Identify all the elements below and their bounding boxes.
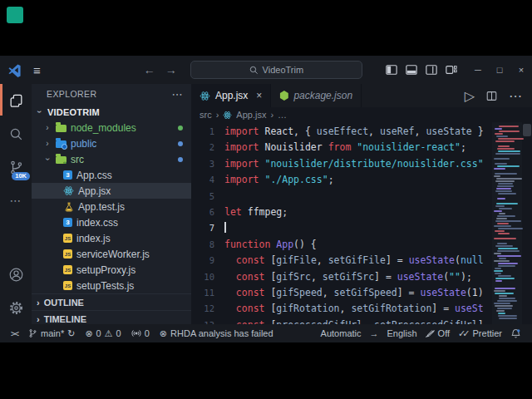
source-control-badge: 10K xyxy=(12,172,30,180)
file-row-index-css[interactable]: 3index.css xyxy=(32,214,191,230)
menu-icon[interactable]: ≡ xyxy=(33,63,41,77)
code-line-8[interactable]: 8function App() { xyxy=(191,237,492,253)
file-row-index-js[interactable]: JSindex.js xyxy=(32,230,191,246)
code-line-12[interactable]: 12 const [gifRotation, setGifRotation] =… xyxy=(191,301,492,317)
status-bar: >< main* ↻ ⊗ 0 ⚠ 0 0 ⊗ RHDA analysis has… xyxy=(0,324,532,342)
sidebar-title: EXPLORER xyxy=(47,89,96,99)
git-branch-item[interactable]: main* ↻ xyxy=(24,324,79,342)
search-icon xyxy=(249,66,259,75)
js-icon: JS xyxy=(63,249,72,259)
breadcrumb-file[interactable]: App.jsx xyxy=(236,110,266,120)
react-icon xyxy=(223,111,232,120)
indent-mode-item[interactable]: Automatic xyxy=(317,324,366,342)
sidebar-section-timeline[interactable]: ›TIMELINE xyxy=(32,310,191,324)
minimap[interactable] xyxy=(492,122,522,324)
code-line-4[interactable]: 4import "./App.css"; xyxy=(191,172,492,188)
tab-package-json[interactable]: package.json xyxy=(271,84,362,107)
file-row-setuptests-js[interactable]: JSsetupTests.js xyxy=(32,278,191,293)
minimize-icon[interactable]: ─ xyxy=(467,56,489,84)
code-line-13[interactable]: 13 const [processedGifUrl, setProcessedG… xyxy=(191,318,492,324)
code-line-6[interactable]: 6let ffmpeg; xyxy=(191,204,492,220)
close-tab-icon[interactable]: × xyxy=(256,90,262,101)
toggle-secondary-sidebar-icon[interactable] xyxy=(426,64,437,76)
item-label: serviceWorker.js xyxy=(76,249,150,260)
code-line-2[interactable]: 2import Nouislider from "nouislider-reac… xyxy=(191,140,492,155)
react-icon xyxy=(200,91,210,101)
rhda-item[interactable]: ⊗ RHDA analysis has failed xyxy=(155,324,278,342)
line-content: const [gifFile, setGifFile] = useState(n… xyxy=(224,253,492,268)
item-label: index.js xyxy=(76,233,111,244)
sidebar-section-outline[interactable]: ›OUTLINE xyxy=(32,293,191,310)
test-flask-icon xyxy=(63,201,74,212)
remote-indicator-icon[interactable]: >< xyxy=(7,324,22,342)
toggle-sidebar-icon[interactable] xyxy=(386,64,397,76)
search-icon[interactable] xyxy=(0,117,32,150)
explorer-icon[interactable] xyxy=(0,84,32,117)
formatter-label: Prettier xyxy=(473,328,502,338)
react-icon xyxy=(63,185,74,196)
line-number: 3 xyxy=(191,156,224,172)
code-line-9[interactable]: 9 const [gifFile, setGifFile] = useState… xyxy=(191,253,492,268)
error-count: 0 xyxy=(96,328,101,338)
run-button[interactable]: ▷ xyxy=(465,88,475,104)
line-content xyxy=(224,220,492,236)
folder-row-public[interactable]: ›public xyxy=(32,135,191,151)
item-label: node_modules xyxy=(71,122,136,134)
accounts-icon[interactable] xyxy=(0,258,32,291)
search-value: VideoTrim xyxy=(263,65,304,75)
settings-gear-icon[interactable] xyxy=(0,291,32,324)
line-number: 2 xyxy=(191,140,224,155)
code-editor[interactable]: 1import React, { useEffect, useRef, useS… xyxy=(191,122,532,324)
language-item[interactable]: English xyxy=(383,324,421,342)
notifications-bell-icon[interactable] xyxy=(506,324,525,342)
problems-item[interactable]: ⊗ 0 ⚠ 0 xyxy=(81,324,125,342)
folder-row-node-modules[interactable]: ›node_modules xyxy=(32,120,191,135)
item-label: setupProxy.js xyxy=(76,264,135,276)
line-content: import "./App.css"; xyxy=(224,172,492,188)
titlebar: ≡ ← → VideoTrim ─ □ × xyxy=(0,56,532,84)
more-views-icon[interactable]: ⋯ xyxy=(0,184,32,217)
rhda-message: RHDA analysis has failed xyxy=(170,328,273,338)
screencast-item[interactable]: Off xyxy=(421,324,454,342)
forward-icon[interactable]: → xyxy=(165,63,177,76)
code-line-10[interactable]: 10 const [gifSrc, setGifSrc] = useState(… xyxy=(191,269,492,285)
chevron-right-icon: › xyxy=(37,298,40,308)
ports-item[interactable]: 0 xyxy=(127,324,154,342)
folder-globe-icon xyxy=(56,140,66,148)
code-line-3[interactable]: 3import "nouislider/distribute/nouislide… xyxy=(191,156,492,172)
code-line-1[interactable]: 1import React, { useEffect, useRef, useS… xyxy=(191,124,492,140)
formatter-item[interactable]: ✓✓ Prettier xyxy=(454,324,506,342)
more-actions-icon[interactable]: ⋯ xyxy=(509,88,522,104)
back-icon[interactable]: ← xyxy=(144,63,155,76)
source-control-icon[interactable]: 10K xyxy=(0,150,32,184)
breadcrumb: src › App.jsx › … xyxy=(191,107,532,122)
maximize-icon[interactable]: □ xyxy=(489,56,510,84)
file-row-setupproxy-js[interactable]: JSsetupProxy.js xyxy=(32,262,191,278)
breadcrumb-symbol[interactable]: … xyxy=(278,110,287,120)
file-row-app-test-js[interactable]: App.test.js xyxy=(32,199,191,214)
ports-count: 0 xyxy=(145,328,150,338)
code-line-5[interactable]: 5 xyxy=(191,189,492,204)
toggle-panel-icon[interactable] xyxy=(406,64,417,76)
command-center-search[interactable]: VideoTrim xyxy=(190,61,362,79)
tab-app-jsx[interactable]: App.jsx × xyxy=(191,84,271,107)
git-status-dot xyxy=(178,141,183,146)
code-line-11[interactable]: 11 const [gifSpeed, setGifSpeed] = useSt… xyxy=(191,285,492,301)
breadcrumb-src[interactable]: src xyxy=(200,110,212,120)
sidebar-more-icon[interactable]: ⋯ xyxy=(172,88,183,101)
code-line-7[interactable]: 7 xyxy=(191,220,492,236)
warning-icon: ⚠ xyxy=(105,328,113,339)
file-row-app-css[interactable]: 3App.css xyxy=(32,167,191,183)
scrollbar-slider[interactable] xyxy=(523,124,531,136)
file-row-serviceworker-js[interactable]: JSserviceWorker.js xyxy=(32,246,191,262)
line-content: let ffmpeg; xyxy=(224,204,492,220)
file-row-app-jsx[interactable]: App.jsx xyxy=(32,183,191,199)
chevron-right-icon: › xyxy=(43,123,52,132)
customize-layout-icon[interactable] xyxy=(446,64,457,76)
project-root-row[interactable]: › VIDEOTRIM xyxy=(32,104,191,120)
screencast-label: Off xyxy=(438,328,450,338)
css-icon: 3 xyxy=(63,170,72,180)
close-icon[interactable]: × xyxy=(510,56,532,84)
split-editor-icon[interactable] xyxy=(486,91,497,101)
folder-row-src[interactable]: ›‹›src xyxy=(32,151,191,167)
